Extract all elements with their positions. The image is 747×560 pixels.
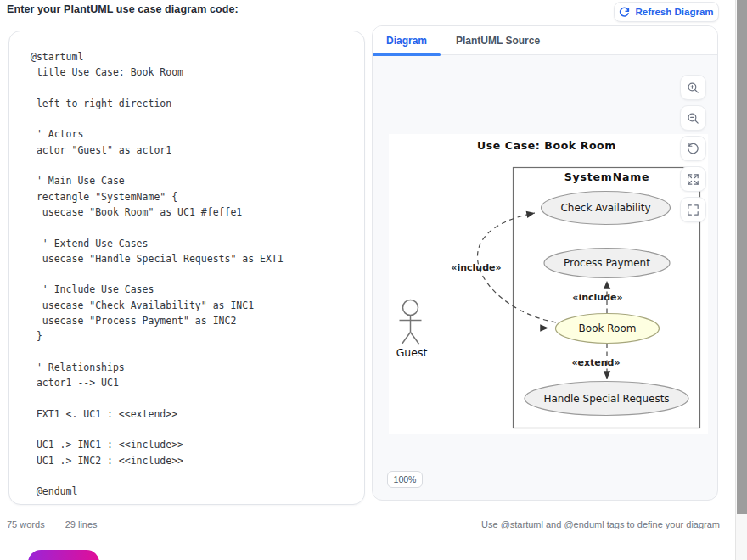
- actor-guest-label: Guest: [396, 346, 428, 359]
- zoom-in-button[interactable]: [680, 75, 706, 100]
- plantuml-editor-page: Enter your PlantUML use case diagram cod…: [0, 0, 747, 560]
- reset-view-icon: [686, 142, 700, 156]
- scrollbar-thumb[interactable]: [737, 0, 747, 514]
- line-count: 29 lines: [65, 519, 98, 529]
- refresh-icon: [619, 7, 630, 18]
- zoom-out-button[interactable]: [680, 105, 706, 131]
- tab-diagram[interactable]: Diagram: [373, 26, 441, 55]
- expand-icon: [686, 172, 700, 187]
- editor-stats: 75 words29 lines: [7, 519, 118, 529]
- viewer-tabs: Diagram PlantUML Source: [373, 26, 717, 55]
- gradient-action-button[interactable]: [28, 550, 99, 560]
- reset-view-button[interactable]: [680, 136, 706, 161]
- code-editor[interactable]: @startuml title Use Case: Book Room left…: [31, 49, 356, 500]
- code-editor-panel: @startuml title Use Case: Book Room left…: [8, 31, 365, 505]
- tab-plantuml-source-label: PlantUML Source: [456, 35, 540, 47]
- zoom-in-icon: [686, 81, 700, 95]
- refresh-button-label: Refresh Diagram: [635, 7, 713, 17]
- viewer-controls: [680, 75, 707, 227]
- tab-plantuml-source[interactable]: PlantUML Source: [441, 26, 555, 55]
- fullscreen-icon: [686, 203, 700, 217]
- page-scrollbar[interactable]: [735, 0, 747, 560]
- hint-text: Use @startuml and @enduml tags to define…: [481, 519, 720, 529]
- edge-label-extend: «extend»: [571, 357, 620, 368]
- usecase-diagram: Use Case: Book Room SystemName Guest: [389, 134, 708, 434]
- usecase-process-payment-label: Process Payment: [564, 257, 650, 269]
- edge-label-include-left: «include»: [451, 262, 501, 273]
- usecase-handle-special-requests-label: Handle Special Requests: [543, 393, 669, 405]
- zoom-out-icon: [686, 111, 700, 126]
- fullscreen-button[interactable]: [680, 197, 706, 222]
- tab-diagram-label: Diagram: [386, 35, 427, 47]
- edge-label-include-mid: «include»: [572, 292, 622, 303]
- expand-button[interactable]: [680, 166, 706, 192]
- usecase-book-room-label: Book Room: [579, 322, 637, 334]
- system-boundary-label: SystemName: [564, 171, 649, 183]
- refresh-diagram-button[interactable]: Refresh Diagram: [614, 2, 719, 22]
- diagram-title: Use Case: Book Room: [477, 139, 616, 152]
- diagram-viewer-panel: Diagram PlantUML Source Use Case: Book R…: [372, 25, 718, 501]
- zoom-level-badge: 100%: [387, 471, 423, 488]
- usecase-check-availability-label: Check Availability: [560, 202, 650, 214]
- diagram-canvas[interactable]: Use Case: Book Room SystemName Guest: [389, 134, 708, 434]
- page-title: Enter your PlantUML use case diagram cod…: [7, 3, 239, 15]
- actor-guest: [400, 300, 422, 345]
- word-count: 75 words: [7, 519, 45, 529]
